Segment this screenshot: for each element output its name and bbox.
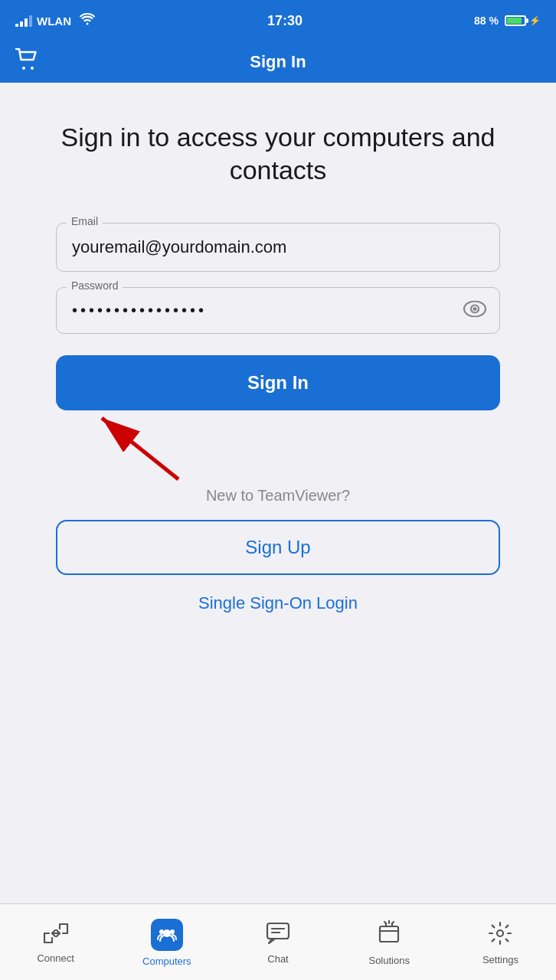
status-time: 17:30 xyxy=(267,13,303,29)
svg-rect-14 xyxy=(380,926,398,942)
svg-point-0 xyxy=(22,67,25,70)
svg-point-21 xyxy=(497,930,503,936)
email-label: Email xyxy=(67,215,103,227)
tab-settings[interactable]: Settings xyxy=(445,904,556,980)
network-label: WLAN xyxy=(37,15,71,28)
arrow-annotation xyxy=(56,410,500,487)
main-content: Sign in to access your computers and con… xyxy=(0,83,556,903)
email-field-group: Email xyxy=(56,223,500,272)
password-label: Password xyxy=(67,279,123,292)
cart-icon[interactable] xyxy=(15,48,40,77)
email-input[interactable] xyxy=(56,223,500,272)
signal-icon xyxy=(15,15,32,27)
battery-icon: ⚡ xyxy=(505,15,541,26)
battery-percentage: 88 % xyxy=(474,15,499,27)
tab-computers[interactable]: Computers xyxy=(111,904,222,980)
tab-settings-label: Settings xyxy=(482,954,518,965)
svg-point-1 xyxy=(31,67,34,70)
status-right: 88 % ⚡ xyxy=(474,15,541,27)
svg-point-10 xyxy=(170,929,175,934)
tab-connect[interactable]: Connect xyxy=(0,904,111,980)
status-bar: WLAN 17:30 88 % ⚡ xyxy=(0,0,556,41)
nav-bar: Sign In xyxy=(0,41,556,83)
computers-icon-box xyxy=(151,919,183,951)
settings-icon xyxy=(488,921,512,949)
password-wrapper xyxy=(56,287,500,334)
tab-chat[interactable]: Chat xyxy=(222,904,333,980)
status-left: WLAN xyxy=(15,13,96,29)
password-field-group: Password xyxy=(56,287,500,334)
password-input[interactable] xyxy=(56,287,500,334)
tab-solutions-label: Solutions xyxy=(368,955,409,966)
new-to-tv-text: New to TeamViewer? xyxy=(206,487,350,505)
svg-line-6 xyxy=(102,418,178,479)
svg-line-20 xyxy=(392,922,394,923)
svg-point-4 xyxy=(473,307,477,311)
svg-line-19 xyxy=(384,922,386,923)
charging-icon: ⚡ xyxy=(529,15,541,26)
tab-solutions[interactable]: Solutions xyxy=(334,904,445,980)
connect-icon xyxy=(43,923,69,948)
svg-point-9 xyxy=(159,929,164,934)
tab-bar: Connect Computers Chat xyxy=(0,903,556,980)
headline: Sign in to access your computers and con… xyxy=(31,121,525,186)
eye-icon[interactable] xyxy=(463,299,486,322)
solutions-icon xyxy=(377,920,401,950)
nav-title: Sign In xyxy=(250,52,306,72)
signin-button[interactable]: Sign In xyxy=(56,355,500,410)
tab-computers-label: Computers xyxy=(142,956,191,967)
red-arrow-icon xyxy=(71,410,194,487)
tab-connect-label: Connect xyxy=(37,952,74,964)
sso-link[interactable]: Single Sign-On Login xyxy=(198,593,358,613)
wifi-icon xyxy=(79,13,96,29)
tab-chat-label: Chat xyxy=(267,953,288,965)
signup-button[interactable]: Sign Up xyxy=(56,520,500,575)
svg-rect-11 xyxy=(267,923,289,939)
chat-icon xyxy=(266,922,290,949)
